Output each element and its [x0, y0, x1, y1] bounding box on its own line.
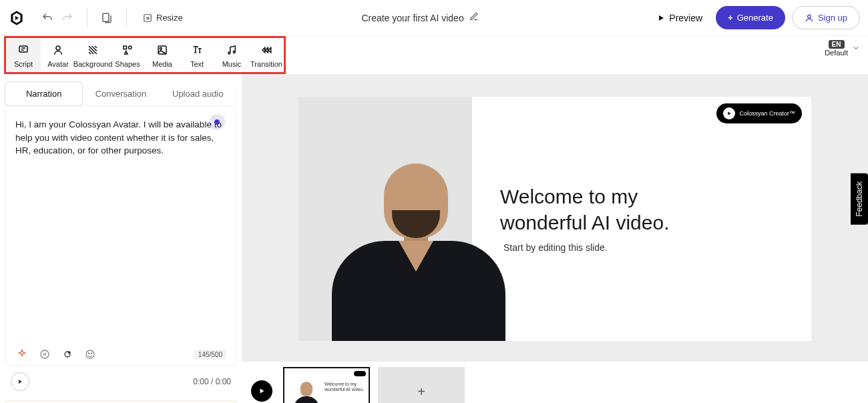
generate-label: Generate — [737, 13, 773, 23]
mode-toolbar: Script Avatar Background Shapes Media Te… — [4, 36, 286, 74]
ai-suggest-icon[interactable] — [15, 348, 29, 361]
brand-badge: Colossyan Creator™ — [716, 103, 802, 123]
svg-rect-3 — [19, 46, 27, 52]
tool-transition[interactable]: Transition — [249, 38, 284, 72]
script-text[interactable]: Hi, I am your Colossyan Avatar. I will b… — [15, 118, 226, 157]
redo-button[interactable] — [57, 8, 77, 28]
left-panel: Narration Conversation Upload audio Hi, … — [0, 74, 242, 403]
svg-point-11 — [41, 350, 49, 358]
svg-point-9 — [228, 52, 230, 54]
slide-thumbnail-1[interactable]: Welcome to my wonderful AI video. — [283, 367, 370, 403]
resize-label: Resize — [156, 13, 183, 23]
tool-media[interactable]: Media — [145, 38, 180, 72]
music-icon — [226, 43, 238, 57]
shapes-icon — [122, 43, 134, 57]
preview-label: Preview — [669, 13, 702, 23]
tab-narration[interactable]: Narration — [5, 82, 82, 105]
script-tabs: Narration Conversation Upload audio — [5, 82, 236, 106]
timeline-play-button[interactable] — [251, 380, 272, 402]
feedback-tab[interactable]: Feedback — [851, 173, 868, 225]
top-bar: Resize Create your first AI video Previe… — [0, 0, 868, 36]
preview-button[interactable]: Preview — [650, 9, 709, 27]
tool-background[interactable]: Background — [75, 38, 110, 72]
canvas-wrap: Colossyan Creator™ Welcome to my wonderf… — [242, 74, 868, 361]
signup-label: Sign up — [818, 13, 847, 23]
separator — [126, 9, 127, 27]
recording-indicator — [209, 114, 225, 130]
undo-button[interactable] — [37, 8, 57, 28]
media-icon — [156, 43, 168, 57]
avatar-figure[interactable] — [325, 141, 519, 341]
avatar-icon — [52, 43, 64, 57]
plus-icon: + — [728, 13, 733, 23]
background-icon — [87, 43, 99, 57]
playback-row: 0:00 / 0:00 — [5, 366, 236, 398]
svg-point-8 — [160, 47, 162, 49]
chevron-down-icon — [852, 44, 860, 53]
thumb-brand-icon — [354, 371, 366, 376]
script-footer: 145/500 — [15, 344, 226, 361]
pause-icon[interactable] — [38, 348, 51, 361]
edit-title-icon[interactable] — [469, 12, 479, 23]
slide-title[interactable]: Welcome to my wonderful AI video. — [500, 183, 670, 236]
tab-upload-audio[interactable]: Upload audio — [160, 82, 236, 105]
tool-text[interactable]: Text — [180, 38, 214, 72]
emoji-icon[interactable] — [83, 348, 97, 361]
brand-text: Colossyan Creator™ — [739, 110, 795, 117]
svg-rect-0 — [103, 13, 109, 21]
script-editor[interactable]: Hi, I am your Colossyan Avatar. I will b… — [5, 106, 236, 366]
right-panel: Colossyan Creator™ Welcome to my wonderf… — [242, 74, 868, 403]
voice-card[interactable]: Philip Middle-Aged Narration — [5, 400, 236, 403]
tool-shapes[interactable]: Shapes — [110, 38, 145, 72]
add-slide-button[interactable]: + — [378, 367, 465, 403]
emphasis-icon[interactable] — [61, 348, 74, 361]
slide-subtitle[interactable]: Start by editing this slide. — [503, 242, 608, 253]
svg-point-15 — [88, 353, 89, 354]
svg-point-13 — [68, 352, 70, 354]
playback-time: 0:00 / 0:00 — [193, 377, 231, 386]
svg-point-6 — [129, 46, 132, 49]
play-button[interactable] — [11, 372, 29, 391]
main-area: Narration Conversation Upload audio Hi, … — [0, 74, 868, 403]
svg-point-2 — [808, 15, 811, 18]
tool-script[interactable]: Script — [6, 38, 41, 72]
transition-icon — [260, 43, 272, 57]
char-counter: 145/500 — [194, 350, 226, 360]
tab-conversation[interactable]: Conversation — [82, 82, 159, 105]
text-icon — [191, 43, 203, 57]
svg-rect-5 — [124, 46, 127, 49]
svg-point-10 — [233, 51, 235, 53]
separator — [87, 9, 87, 27]
project-title[interactable]: Create your first AI video — [361, 13, 463, 23]
timeline: Welcome to my wonderful AI video. + 1 Es… — [242, 361, 868, 403]
app-logo — [8, 9, 25, 27]
svg-point-4 — [56, 46, 60, 50]
plus-icon: + — [417, 384, 425, 400]
generate-button[interactable]: + Generate — [716, 6, 785, 29]
script-icon — [17, 43, 29, 57]
language-code: EN — [829, 40, 845, 49]
language-label: Default — [825, 49, 848, 57]
tool-avatar[interactable]: Avatar — [41, 38, 75, 72]
project-title-area: Create your first AI video — [190, 12, 651, 23]
signup-button[interactable]: Sign up — [792, 6, 860, 29]
svg-point-14 — [86, 350, 94, 358]
svg-point-16 — [91, 353, 91, 354]
template-icon[interactable] — [97, 8, 117, 28]
resize-button[interactable]: Resize — [136, 9, 190, 27]
language-selector[interactable]: EN Default — [825, 40, 860, 57]
tool-music[interactable]: Music — [214, 38, 249, 72]
slide-canvas[interactable]: Colossyan Creator™ Welcome to my wonderf… — [298, 97, 811, 341]
